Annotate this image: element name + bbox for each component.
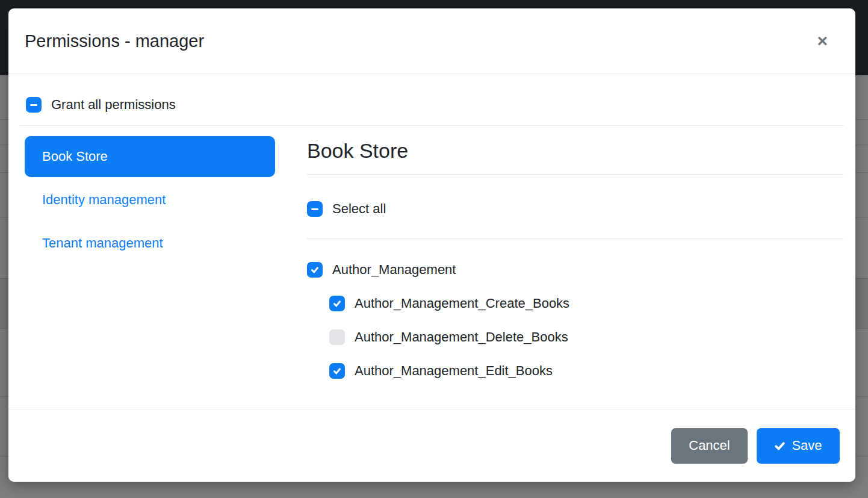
delete-books-checkbox[interactable] (329, 329, 345, 345)
indeterminate-dash-icon (311, 208, 318, 210)
permission-label: Author_Management (332, 262, 456, 278)
panel-heading: Book Store (307, 139, 843, 163)
select-all-checkbox[interactable] (307, 201, 323, 217)
modal-footer: Cancel Save (8, 409, 855, 482)
select-all-row: Select all (307, 201, 843, 217)
check-icon (310, 265, 320, 275)
create-books-checkbox[interactable] (329, 296, 345, 311)
tab-tenant-management[interactable]: Tenant management (25, 223, 275, 264)
grant-all-label: Grant all permissions (51, 97, 176, 113)
permission-row: Author_Management (307, 262, 843, 278)
close-icon[interactable]: × (812, 30, 832, 52)
grant-all-permissions-row: Grant all permissions (26, 97, 855, 113)
check-icon (332, 366, 342, 376)
permissions-modal: Permissions - manager × Grant all permis… (8, 8, 855, 482)
modal-title: Permissions - manager (25, 31, 204, 51)
modal-header: Permissions - manager × (8, 8, 855, 74)
check-icon (774, 440, 786, 452)
save-button-label: Save (792, 438, 822, 453)
select-all-label: Select all (332, 201, 386, 217)
permission-label: Author_Management_Delete_Books (355, 329, 568, 345)
save-button[interactable]: Save (757, 428, 840, 464)
tab-identity-management[interactable]: Identity management (25, 179, 275, 220)
modal-columns: Book Store Identity management Tenant ma… (8, 136, 855, 379)
permission-row: Author_Management_Edit_Books (307, 363, 843, 379)
panel-divider (307, 174, 843, 175)
author-management-checkbox[interactable] (307, 262, 323, 278)
cancel-button[interactable]: Cancel (671, 428, 748, 464)
permission-panel: Book Store Select all Author_Management (307, 136, 843, 379)
permission-label: Author_Management_Create_Books (355, 296, 569, 311)
permission-group-tabs: Book Store Identity management Tenant ma… (25, 136, 275, 379)
permission-label: Author_Management_Edit_Books (355, 363, 553, 379)
panel-divider (307, 238, 843, 239)
grant-all-checkbox[interactable] (26, 97, 42, 113)
edit-books-checkbox[interactable] (329, 363, 345, 379)
tab-book-store[interactable]: Book Store (25, 136, 275, 177)
permission-row: Author_Management_Delete_Books (307, 329, 843, 345)
check-icon (332, 299, 342, 308)
modal-body: Grant all permissions Book Store Identit… (8, 74, 855, 409)
permission-row: Author_Management_Create_Books (307, 296, 843, 311)
indeterminate-dash-icon (30, 104, 37, 106)
body-divider (20, 125, 844, 126)
